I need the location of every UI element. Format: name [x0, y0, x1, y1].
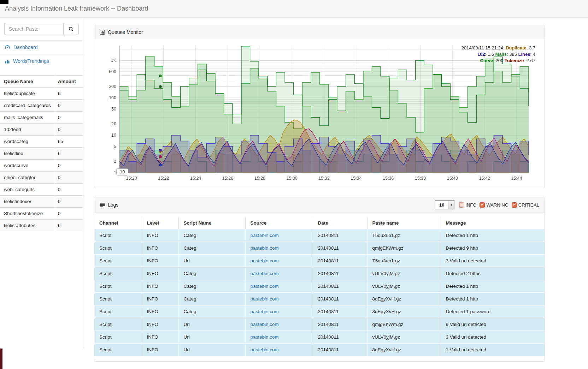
- log-row: ScriptINFOUrlpastebin.com201408118qEgyXv…: [94, 344, 545, 356]
- log-paste-cell: vULV0yjM.gz: [367, 331, 441, 344]
- paste-source-link[interactable]: pastebin.com: [251, 258, 279, 263]
- tracker-point-Curve: [159, 85, 162, 88]
- paste-source-link[interactable]: pastebin.com: [251, 322, 279, 327]
- queue-amount-cell: 6: [54, 220, 83, 232]
- bar-chart-panel-icon: [100, 30, 105, 35]
- queue-table-row: creditcard_categcards0: [0, 100, 83, 112]
- x-axis-tick-label: 15:36: [383, 176, 394, 181]
- logs-header-script-name: Script Name: [178, 217, 245, 229]
- logs-controls: 10 ▼ INFOWARNINGCRITICAL: [435, 200, 539, 209]
- log-message-cell: Detected 9 http: [441, 242, 545, 255]
- dashboard-gauge-icon: [5, 44, 10, 50]
- log-row: ScriptINFOCategpastebin.com201408118qEgy…: [94, 305, 545, 318]
- paste-source-link[interactable]: pastebin.com: [251, 271, 279, 276]
- checked-checkbox-icon[interactable]: [480, 202, 485, 208]
- queue-amount-cell: 0: [54, 124, 83, 136]
- log-level-cell: INFO: [142, 267, 178, 280]
- checked-checkbox-icon[interactable]: [512, 202, 517, 208]
- sidebar-item-wordstrendings[interactable]: WordsTrendings: [0, 54, 83, 68]
- logs-page-size-select[interactable]: 10 ▼: [435, 200, 454, 209]
- queue-table: Queue Name Amount filelistduplicate6cred…: [0, 75, 83, 231]
- logs-table: ChannelLevelScript NameSourceDatePaste n…: [94, 217, 545, 356]
- log-filter-warning[interactable]: WARNING: [480, 202, 508, 208]
- sidebar-item-dashboard[interactable]: Dashboard: [0, 41, 83, 54]
- filter-label: CRITICAL: [518, 202, 539, 208]
- paste-source-link[interactable]: pastebin.com: [251, 334, 279, 340]
- bar-chart-icon: [5, 59, 10, 64]
- log-date-cell: 20140811: [313, 280, 367, 293]
- logs-level-filters: INFOWARNINGCRITICAL: [459, 202, 539, 208]
- queue-name-cell: wordscateg: [0, 136, 54, 148]
- log-date-cell: 20140811: [313, 344, 367, 356]
- y-axis-tick-label: 20: [111, 121, 116, 126]
- log-level-cell: INFO: [142, 242, 178, 255]
- queue-amount-cell: 6: [54, 88, 83, 100]
- logs-page-size-value: 10: [435, 201, 448, 209]
- search-input[interactable]: [4, 23, 63, 35]
- queue-amount-cell: 0: [54, 100, 83, 112]
- filter-label: INFO: [465, 202, 476, 208]
- log-script-cell: Url: [178, 331, 245, 344]
- log-paste-cell: vULV0yjM.gz: [367, 267, 441, 280]
- logs-header-date: Date: [313, 217, 367, 229]
- log-date-cell: 20140811: [313, 255, 367, 267]
- log-filter-critical[interactable]: CRITICAL: [512, 202, 539, 208]
- queue-amount-cell: 0: [54, 208, 83, 220]
- log-script-cell: Categ: [178, 229, 245, 242]
- panel-title-text: Queues Monitor: [108, 29, 143, 35]
- paste-source-link[interactable]: pastebin.com: [251, 347, 279, 352]
- log-source-cell: pastebin.com: [245, 229, 313, 242]
- queue-table-row: 102feed0: [0, 124, 83, 136]
- paste-source-link[interactable]: pastebin.com: [251, 233, 279, 238]
- log-level-cell: INFO: [142, 255, 178, 267]
- log-level-cell: INFO: [142, 229, 178, 242]
- x-axis-tick-label: 15:24: [190, 176, 201, 181]
- queues-monitor-panel: Queues Monitor 15:2015:2215:2415:2615:28…: [94, 25, 545, 188]
- queue-table-row: wordscateg65: [0, 136, 83, 148]
- log-channel-cell: Script: [94, 255, 142, 267]
- paste-source-link[interactable]: pastebin.com: [251, 284, 279, 289]
- x-axis-tick-label: 15:42: [479, 176, 490, 181]
- log-filter-info[interactable]: INFO: [459, 202, 476, 208]
- x-axis-tick-label: 15:40: [447, 176, 458, 181]
- paste-source-link[interactable]: pastebin.com: [251, 309, 279, 314]
- log-channel-cell: Script: [94, 331, 142, 344]
- y-axis-tick-label: 500: [109, 69, 116, 74]
- x-axis-tick-label: 15:28: [254, 176, 265, 181]
- x-axis-tick-label: 15:38: [415, 176, 426, 181]
- queue-name-cell: filelistindexer: [0, 196, 54, 208]
- queues-monitor-chart[interactable]: 15:2015:2215:2415:2615:2815:3015:3215:34…: [100, 43, 529, 184]
- queue-table-row: web_categurls0: [0, 184, 83, 196]
- screen-artifact-bottom-left: [0, 349, 2, 369]
- queue-amount-cell: 0: [54, 160, 83, 172]
- main-content: Queues Monitor 15:2015:2215:2415:2615:28…: [83, 18, 588, 369]
- y-axis-tick-label: 1K: [111, 58, 117, 63]
- log-paste-cell: vULV0yjM.gz: [367, 280, 441, 293]
- tracker-point-102: [159, 163, 162, 166]
- queue-table-header-name: Queue Name: [0, 76, 54, 88]
- page-title: Analysis Information Leak framework -- D…: [5, 5, 148, 12]
- queue-name-cell: mails_categemails: [0, 112, 54, 124]
- search-button[interactable]: [63, 23, 79, 35]
- log-source-cell: pastebin.com: [245, 280, 313, 293]
- log-row: ScriptINFOCategpastebin.com201408118qEgy…: [94, 293, 545, 305]
- paste-source-link[interactable]: pastebin.com: [251, 296, 279, 302]
- queue-table-row: filelistline6: [0, 148, 83, 160]
- queue-table-row: filelistattributes6: [0, 220, 83, 232]
- log-channel-cell: Script: [94, 280, 142, 293]
- queue-amount-cell: 65: [54, 136, 83, 148]
- log-paste-cell: T5qu3ub1.gz: [367, 255, 441, 267]
- log-source-cell: pastebin.com: [245, 293, 313, 305]
- log-row: ScriptINFOCategpastebin.com20140811vULV0…: [94, 280, 545, 293]
- log-row: ScriptINFOCategpastebin.com20140811T5qu3…: [94, 229, 545, 242]
- paste-source-link[interactable]: pastebin.com: [251, 245, 279, 251]
- log-script-cell: Categ: [178, 280, 245, 293]
- queue-table-row: filelistduplicate6: [0, 88, 83, 100]
- log-date-cell: 20140811: [313, 331, 367, 344]
- unchecked-checkbox-icon[interactable]: [459, 202, 464, 208]
- tracker-point-Tokenize: [159, 155, 162, 158]
- y-axis-tick-label: 2: [114, 159, 116, 164]
- queue-name-cell: web_categurls: [0, 184, 54, 196]
- chart-hover-value-box: 10: [116, 168, 128, 175]
- queue-amount-cell: 0: [54, 196, 83, 208]
